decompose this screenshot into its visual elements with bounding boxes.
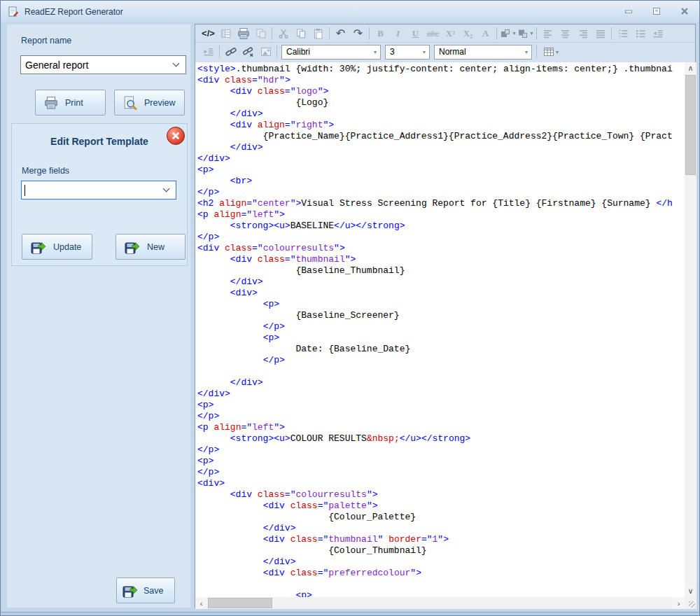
align-center-icon [560,28,571,39]
panel-close-button[interactable] [167,127,185,145]
minimize-button[interactable] [620,4,638,18]
copy-page-icon [255,28,267,39]
code-line: <p> [197,400,685,411]
remove-link-button[interactable] [239,44,257,59]
scroll-up-arrow[interactable]: ∧ [685,62,696,74]
save-button[interactable]: Save [116,578,175,603]
code-line: <p> [197,164,685,176]
font-name-combobox[interactable]: Calibri ▾ [281,45,381,59]
copy-button[interactable] [292,26,309,41]
code-line: <br> [197,176,685,187]
vertical-scroll-thumb[interactable] [685,75,696,175]
code-line: Date: {Baseline_Date} [197,344,685,355]
window-bottom-edge [1,612,699,615]
code-line: </div> [197,276,685,288]
new-button-label: New [147,242,164,252]
close-button[interactable] [676,4,694,18]
save-button-label: Save [144,586,164,596]
insert-image-button[interactable] [257,44,274,59]
numbered-list-button[interactable] [614,26,631,41]
insert-table-button[interactable]: ▾ [539,44,563,59]
align-left-button[interactable] [539,26,556,41]
justify-icon [595,28,606,39]
copy-page-button[interactable] [252,26,270,41]
foreground-box-button[interactable]: ▾ [499,26,517,41]
align-center-button[interactable] [556,26,574,41]
cut-button[interactable] [274,26,292,41]
vertical-scrollbar[interactable]: ∧ ∨ [685,62,696,597]
print-layout-button[interactable] [217,26,234,41]
background-box-button[interactable]: ▾ [517,26,534,41]
report-name-combobox[interactable]: General report [20,55,186,74]
superscript-button[interactable]: X² [442,26,459,41]
underline-button[interactable]: U [407,26,424,41]
justify-button[interactable] [592,26,609,41]
indent-button[interactable] [200,44,217,59]
undo-button[interactable]: ↶ [332,26,349,41]
code-line: <div> [197,288,685,299]
code-line: </p> [197,232,685,243]
code-line: </div> [197,142,685,153]
code-line: <div class="thumbnail" border="1"> [197,534,685,545]
code-line: <p> [197,332,685,344]
merge-fields-combobox[interactable] [21,181,176,200]
bullet-list-button[interactable] [631,26,649,41]
new-button[interactable]: New [115,234,186,260]
chevron-down-icon [163,186,170,192]
insert-link-button[interactable] [222,44,239,59]
code-line: <div class="palette"> [197,500,685,512]
code-line: </p> [197,321,685,332]
align-right-button[interactable] [574,26,592,41]
subscript-button[interactable]: X₂ [459,26,477,41]
code-line: {Colour_Palette} [197,512,685,523]
scroll-down-arrow[interactable]: ∨ [685,585,696,597]
code-line: <div align="right"> [197,120,685,131]
code-line [197,366,685,377]
redo-button[interactable]: ↷ [349,26,367,41]
code-line: <div class="colourresults"> [197,489,685,500]
outdent-button[interactable] [649,26,666,41]
horizontal-scrollbar[interactable]: ‹ › [195,597,685,609]
toolbar-separator [496,27,497,40]
code-line: <div class="thumbnail"> [197,254,685,265]
maximize-button[interactable] [648,4,666,18]
font-color-button[interactable]: A [477,26,494,41]
box-swatch-icon [517,28,528,39]
scroll-right-arrow[interactable]: › [673,597,685,609]
code-line: <p> [197,590,685,597]
strikethrough-button[interactable]: abc [424,26,442,41]
horizontal-scroll-thumb[interactable] [208,598,272,608]
app-window: ReadEZ Report Generator Report name Gene… [0,0,700,616]
print-toolbar-button[interactable] [234,26,252,41]
toolbar-separator [272,27,272,40]
preview-button[interactable]: Preview [114,90,185,115]
font-size-combobox[interactable]: 3 ▾ [385,45,430,59]
code-line [197,579,685,590]
edit-report-template-panel: Edit Report Template Merge fields Update… [11,123,188,266]
html-code-editor[interactable]: <style>.thumbnail {width: 30%; justify-c… [195,62,685,597]
print-button[interactable]: Print [35,90,106,115]
paste-button[interactable] [309,26,327,41]
code-line: <strong><u>COLOUR RESULTS&nbsp;</u></str… [197,433,685,444]
code-line: <style>.thumbnail {width: 30%; justify-c… [197,64,685,75]
italic-button[interactable]: I [389,26,407,41]
app-icon [8,6,19,18]
save-floppy-icon [125,240,140,254]
chevron-down-icon: ▾ [525,49,528,55]
code-line: </div> [197,556,685,568]
paragraph-style-combobox[interactable]: Normal ▾ [434,45,532,59]
editor-pane: </> ↶ ↷ B I U abc X² X₂ A ▾ [195,24,696,608]
window-title: ReadEZ Report Generator [24,7,123,17]
scrollbar-corner-grip[interactable] [685,597,696,609]
bold-button[interactable]: B [372,26,389,41]
code-line: {Baseline_Screener} [197,310,685,321]
update-button[interactable]: Update [22,234,92,260]
code-view-button[interactable]: </> [200,26,217,41]
paste-icon [313,28,324,39]
editor-toolbar: </> ↶ ↷ B I U abc X² X₂ A ▾ [195,24,695,62]
outdent-icon [652,28,664,39]
code-line: <h2 align="center">Visual Stress Screeni… [197,198,685,209]
copy-icon [295,28,307,39]
scroll-left-arrow[interactable]: ‹ [195,597,207,609]
image-icon [260,46,272,57]
